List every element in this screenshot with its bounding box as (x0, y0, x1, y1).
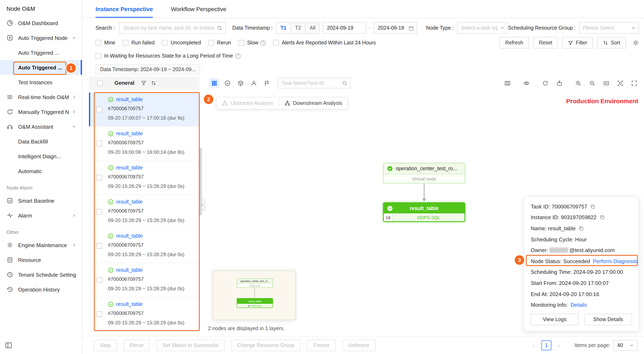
instance-list-item[interactable]: result_table #700006709757 09-20 17:00:0… (89, 93, 199, 127)
rerun-button[interactable]: Rerun (123, 340, 150, 351)
freeze-button[interactable]: Freeze (308, 340, 336, 351)
checkbox[interactable] (96, 53, 101, 59)
instance-checkbox[interactable] (96, 243, 102, 249)
canvas-search[interactable] (278, 78, 351, 88)
instance-list-item[interactable]: result_table #700006709757 09-20 15:26:2… (89, 161, 199, 195)
sidebar-item-automatic[interactable]: Automatic (0, 164, 82, 178)
grid-view-icon[interactable] (209, 78, 219, 88)
copy-icon[interactable] (578, 226, 584, 231)
copy-icon[interactable] (600, 215, 605, 220)
tab-workflow-perspective[interactable]: Workflow Perspective (171, 0, 226, 18)
sidebar-item-operation-history[interactable]: Operation History (0, 282, 82, 297)
search-icon[interactable] (342, 80, 348, 86)
sidebar-collapse-icon[interactable] (5, 342, 12, 349)
settings-gear-icon[interactable] (632, 39, 639, 46)
instance-name-link[interactable]: result_table (116, 165, 143, 171)
flag-icon[interactable] (262, 78, 272, 88)
check-circle-icon[interactable] (222, 78, 232, 88)
cube-icon[interactable] (236, 78, 246, 88)
date-to-input[interactable]: 2024-09-19 (374, 22, 417, 34)
export-image-icon[interactable] (554, 78, 564, 88)
downstream-analysis-button[interactable]: Downstream Analysis (279, 100, 348, 106)
checkbox[interactable] (208, 40, 214, 46)
select-all-checkbox[interactable] (97, 80, 103, 86)
instance-name-link[interactable]: result_table (116, 233, 143, 239)
search-input-field[interactable] (119, 25, 225, 31)
sidebar-item-auto-triggered-instances[interactable]: Auto Triggered ... (0, 60, 82, 75)
checkbox-slow[interactable]: Slow? (238, 40, 266, 46)
search-input[interactable] (119, 22, 226, 34)
sidebar-item-intelligent-diagnosis[interactable]: Intelligent Diagn... (0, 149, 82, 164)
set-status-successful-button[interactable]: Set Status to Successful (156, 340, 224, 351)
next-page-icon[interactable]: › (554, 341, 564, 350)
instance-list-item[interactable]: result_table #700006709757 09-20 15:26:2… (89, 297, 199, 331)
help-icon[interactable]: ? (260, 40, 266, 45)
sidebar-item-om-assistant[interactable]: O&M Assistant (0, 119, 82, 134)
zoom-in-icon[interactable] (573, 78, 583, 88)
copy-icon[interactable] (590, 204, 596, 209)
filter-button[interactable]: Filter (562, 37, 593, 48)
zoom-out-icon[interactable] (587, 78, 597, 88)
sidebar-item-om-dashboard[interactable]: O&M Dashboard (0, 16, 82, 30)
page-number[interactable]: 1 (542, 341, 551, 350)
refresh-icon[interactable] (540, 78, 550, 88)
sidebar-item-realtime-node-om[interactable]: Real-time Node O&M (0, 90, 82, 104)
checkbox-waiting-resources[interactable]: In Waiting for Resources State for a Lon… (96, 53, 240, 59)
instance-list-item[interactable]: result_table #700006709757 09-20 15:26:2… (89, 195, 199, 229)
date-from-input[interactable]: 2024-09-19 (323, 22, 366, 34)
instance-checkbox[interactable] (96, 141, 102, 146)
sidebar-item-test-instances[interactable]: Test Instances (0, 75, 82, 90)
unfreeze-button[interactable]: Unfreeze (342, 340, 375, 351)
sidebar-item-engine-maintenance[interactable]: Engine Maintenance (0, 238, 82, 252)
checkbox-run-failed[interactable]: Run failed (123, 40, 154, 46)
instance-checkbox[interactable] (96, 311, 102, 317)
instance-checkbox[interactable] (96, 209, 102, 215)
checkbox[interactable] (273, 40, 279, 46)
fullscreen-icon[interactable] (629, 78, 639, 88)
checkbox-uncompleted[interactable]: Uncompleted (162, 40, 201, 46)
instance-name-link[interactable]: result_table (116, 97, 143, 102)
monitoring-details-link[interactable]: Details (570, 302, 587, 308)
upstream-analysis-button[interactable]: Upstream Analysis (216, 100, 278, 106)
reset-button[interactable]: Reset (533, 37, 558, 48)
instance-checkbox[interactable] (96, 107, 102, 112)
user-icon[interactable] (249, 78, 258, 88)
refresh-button[interactable]: Refresh (500, 37, 529, 48)
preview-eye-icon[interactable] (521, 78, 531, 88)
page-size-select[interactable]: 40 (614, 340, 638, 351)
sidebar-item-manually-triggered[interactable]: Manually Triggered No... (0, 104, 82, 119)
instance-list-item[interactable]: result_table #700006709757 09-20 15:26:2… (89, 229, 199, 263)
sidebar-item-auto-triggered-nodes[interactable]: Auto Triggered ... (0, 45, 82, 60)
sidebar-item-data-backfill[interactable]: Data Backfill (0, 134, 82, 149)
view-logs-button[interactable]: View Logs (531, 314, 578, 325)
show-details-button[interactable]: Show Details (584, 314, 632, 325)
checkbox[interactable] (96, 40, 101, 46)
list-scrollbar[interactable] (199, 148, 202, 215)
instance-name-link[interactable]: result_table (116, 199, 143, 205)
instance-name-link[interactable]: result_table (116, 131, 143, 137)
sidebar-item-auto-triggered-node-om[interactable]: Auto Triggered Node O... (0, 30, 82, 45)
toggle-t1[interactable]: T1 (276, 23, 290, 33)
toggle-t2[interactable]: T2 (290, 23, 305, 33)
checkbox[interactable] (162, 40, 168, 46)
node-type-select[interactable]: Select a task type (457, 22, 508, 34)
perform-diagnostic-link[interactable]: Perform Diagnostic (593, 258, 638, 264)
list-sort-icon[interactable] (151, 80, 157, 86)
sort-button[interactable]: Sort (597, 37, 626, 48)
sidebar-item-resource[interactable]: Resource (0, 252, 82, 267)
minimap[interactable]: operation_center_test_ro... Virtual node… (213, 271, 296, 320)
calendar-icon[interactable] (408, 25, 414, 31)
toggle-all[interactable]: All (305, 23, 320, 33)
actual-size-icon[interactable] (601, 78, 611, 88)
instance-name-link[interactable]: result_table (116, 301, 143, 307)
prev-page-icon[interactable]: ‹ (529, 341, 539, 350)
fit-view-icon[interactable] (615, 78, 625, 88)
overview-map-icon[interactable] (502, 78, 512, 88)
checkbox-rerun[interactable]: Rerun (208, 40, 231, 46)
tab-instance-perspective[interactable]: Instance Perspective (96, 0, 153, 18)
canvas-search-input[interactable] (278, 80, 350, 86)
checkbox[interactable] (123, 40, 128, 46)
instance-list-item[interactable]: result_table #700006709757 09-20 16:00:0… (89, 127, 199, 161)
dag-canvas[interactable]: Upstream Analysis Downstream Analysis Pr… (199, 74, 644, 336)
sidebar-item-smart-baseline[interactable]: Smart Baseline (0, 193, 82, 208)
